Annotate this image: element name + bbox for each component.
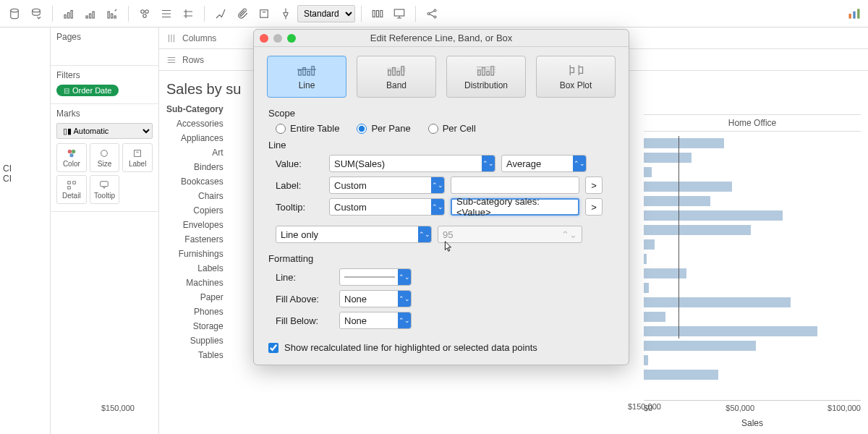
close-icon[interactable] — [260, 34, 268, 43]
marks-detail[interactable]: Detail — [56, 175, 87, 204]
svg-rect-9 — [111, 14, 113, 18]
fill-below-select[interactable]: None⌃⌄ — [339, 312, 412, 329]
row-header[interactable]: Accessories — [166, 116, 224, 131]
marks-size[interactable]: Size — [90, 143, 120, 172]
row-header[interactable]: Appliances — [166, 131, 224, 145]
fit-select[interactable]: Standard — [297, 5, 355, 22]
pages-shelf[interactable]: Pages — [51, 27, 158, 66]
row-header[interactable]: Tables — [166, 348, 224, 362]
dialog-title: Edit Reference Line, Band, or Box — [254, 33, 629, 43]
row-header[interactable]: Envelopes — [166, 218, 224, 232]
highlight-icon[interactable] — [210, 4, 231, 24]
label-select[interactable]: Custom⌃⌄ — [329, 176, 445, 194]
totals-icon[interactable] — [156, 4, 176, 24]
bar-row[interactable] — [644, 339, 861, 353]
bar-chart[interactable] — [644, 136, 861, 382]
title-icon[interactable] — [254, 4, 274, 24]
label-insert-button[interactable]: > — [585, 176, 603, 194]
bar-row[interactable] — [644, 179, 861, 194]
reference-line[interactable] — [678, 136, 679, 339]
sort-desc-icon[interactable] — [102, 4, 122, 24]
format-line-select[interactable]: ⌃⌄ — [339, 268, 412, 286]
tab-distribution[interactable]: Distribution — [446, 56, 526, 98]
svg-rect-37 — [312, 67, 314, 75]
data-field-ci[interactable]: CI — [3, 163, 47, 174]
svg-rect-2 — [64, 14, 66, 18]
attach-icon[interactable] — [232, 4, 252, 24]
bar-row[interactable] — [644, 194, 861, 208]
tab-line[interactable]: Line — [267, 56, 346, 98]
data-source-icon[interactable] — [4, 4, 25, 24]
row-header[interactable]: Storage — [166, 319, 224, 333]
bar-row[interactable] — [644, 252, 861, 266]
row-header[interactable]: Binders — [166, 160, 224, 174]
sort-asc-icon[interactable] — [80, 4, 101, 24]
bar-row[interactable] — [644, 223, 861, 237]
filters-shelf[interactable]: Filters Order Date — [51, 66, 158, 104]
row-header[interactable]: Fasteners — [166, 232, 224, 247]
label-text-input[interactable] — [451, 176, 579, 194]
bar-row[interactable] — [644, 324, 861, 339]
recalc-checkbox-row[interactable]: Show recalculated line for highlighted o… — [268, 342, 617, 353]
tooltip-text-input[interactable]: Sub-category sales:<Value> — [451, 198, 579, 216]
row-header[interactable]: Phones — [166, 305, 224, 319]
svg-rect-5 — [86, 16, 88, 18]
row-header[interactable]: Supplies — [166, 333, 224, 348]
row-header[interactable]: Furnishings — [166, 247, 224, 261]
show-cards-icon[interactable] — [367, 4, 388, 24]
swap-axes-icon[interactable] — [59, 4, 79, 24]
marks-card: Marks ▯▮ Automatic document.querySelecto… — [51, 104, 158, 212]
value-field-select[interactable]: SUM(Sales)⌃⌄ — [329, 155, 495, 172]
bar-row[interactable] — [644, 165, 861, 179]
tooltip-select[interactable]: Custom⌃⌄ — [329, 198, 445, 216]
bar-row[interactable] — [644, 208, 861, 223]
data-field-ci[interactable]: CI — [3, 174, 47, 184]
value-agg-select[interactable]: Average⌃⌄ — [501, 155, 587, 172]
formatting-label: Formatting — [268, 253, 617, 264]
row-header[interactable]: Chairs — [166, 189, 224, 203]
svg-point-0 — [11, 9, 19, 12]
row-header[interactable]: Machines — [166, 276, 224, 290]
bar-row[interactable] — [644, 266, 861, 281]
pin-icon[interactable] — [276, 4, 296, 24]
group-icon[interactable] — [135, 4, 155, 24]
scope-per-cell[interactable]: Per Cell — [428, 123, 476, 134]
dialog-titlebar[interactable]: Edit Reference Line, Band, or Box — [254, 30, 629, 47]
bar-row[interactable] — [644, 237, 861, 252]
bar-row[interactable] — [644, 353, 861, 367]
marks-label[interactable]: Label — [122, 143, 153, 172]
bar-row[interactable] — [644, 310, 861, 324]
tab-band[interactable]: Band — [357, 56, 436, 98]
show-me-icon[interactable] — [846, 6, 862, 22]
tooltip-insert-button[interactable]: > — [585, 198, 603, 216]
tab-box-plot[interactable]: Box Plot — [536, 56, 616, 98]
row-header[interactable]: Bookcases — [166, 174, 224, 189]
value-label: Value: — [276, 158, 323, 169]
totals2-icon[interactable] — [178, 4, 198, 24]
refresh-data-icon[interactable] — [26, 4, 46, 24]
filter-pill-order-date[interactable]: Order Date — [56, 85, 119, 96]
fill-above-select[interactable]: None⌃⌄ — [339, 290, 412, 307]
bar-row[interactable] — [644, 136, 861, 150]
row-header[interactable]: Labels — [166, 261, 224, 276]
display-select[interactable]: Line only⌃⌄ — [276, 226, 432, 243]
bar-row[interactable] — [644, 281, 861, 295]
bar-row[interactable] — [644, 367, 861, 382]
presentation-icon[interactable] — [389, 4, 409, 24]
marks-tooltip[interactable]: Tooltip — [90, 175, 120, 204]
recalc-checkbox[interactable] — [268, 343, 278, 353]
marks-type-select[interactable]: ▯▮ Automatic — [56, 123, 153, 139]
scope-per-pane[interactable]: Per Pane — [357, 123, 410, 134]
reference-line-dialog: Edit Reference Line, Band, or Box Line B… — [253, 29, 629, 365]
share-icon[interactable] — [422, 4, 442, 24]
row-header[interactable]: Copiers — [166, 203, 224, 218]
svg-point-20 — [434, 9, 436, 12]
bar-row[interactable] — [644, 150, 861, 165]
row-header[interactable]: Paper — [166, 290, 224, 305]
tooltip-label: Tooltip: — [276, 202, 323, 213]
row-header[interactable]: Art — [166, 145, 224, 160]
scope-entire-table[interactable]: Entire Table — [276, 123, 339, 134]
bar-row[interactable] — [644, 295, 861, 310]
zoom-icon[interactable] — [287, 34, 296, 43]
marks-color[interactable]: Color — [56, 143, 87, 172]
